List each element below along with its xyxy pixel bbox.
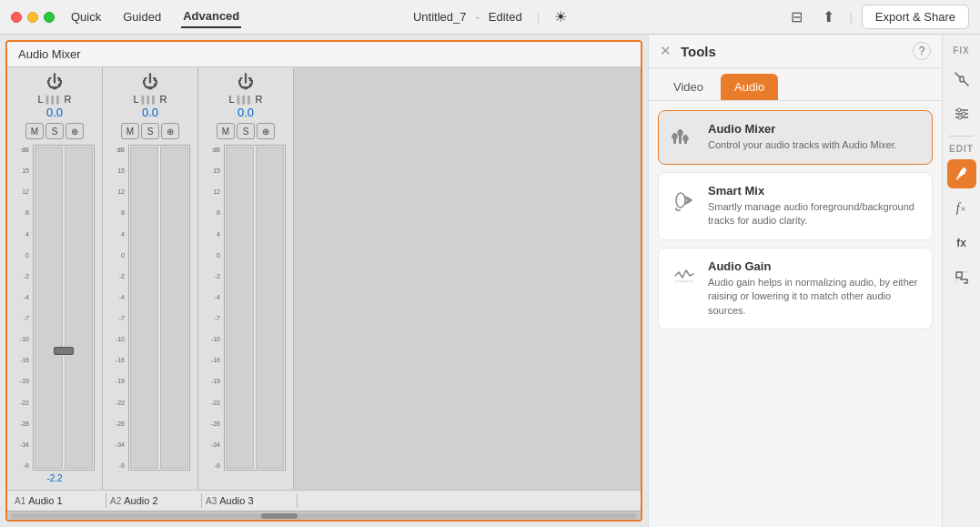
- power-icon-1[interactable]: ⏻: [46, 73, 63, 92]
- power-icon-3[interactable]: ⏻: [237, 73, 254, 92]
- fix-icon-btn[interactable]: [947, 65, 976, 94]
- tab-audio[interactable]: Audio: [721, 74, 778, 100]
- extra-btn-2[interactable]: ⊕: [161, 123, 179, 139]
- tab-quick[interactable]: Quick: [69, 6, 103, 27]
- horizontal-scrollbar[interactable]: [7, 511, 641, 520]
- scroll-track[interactable]: [11, 513, 637, 519]
- fix-label: FIX: [953, 46, 970, 56]
- channel-buttons-1: M S ⊕: [25, 123, 84, 139]
- tools-title: Tools: [681, 44, 716, 59]
- sidebar-divider-1: [949, 136, 973, 137]
- meter-area-2: dB 15 12 8 4 0 -2 -4 -7 -10 -16 -19: [106, 145, 194, 471]
- tools-close-icon[interactable]: ✕: [660, 43, 672, 59]
- mute-btn-1[interactable]: M: [25, 123, 44, 139]
- tool-info-audio-gain: Audio Gain Audio gain helps in normalizi…: [708, 259, 921, 318]
- lr-display-2: L ▌▌▌ R: [133, 94, 167, 105]
- solo-btn-3[interactable]: S: [237, 123, 255, 139]
- tab-guided[interactable]: Guided: [121, 6, 163, 27]
- tools-panel: ✕ Tools ? Video Audio: [648, 35, 942, 527]
- brush-icon-btn[interactable]: [947, 159, 976, 188]
- smart-mix-icon: [670, 186, 699, 215]
- maximize-button[interactable]: [44, 12, 55, 23]
- tool-card-audio-mixer[interactable]: Audio Mixer Control your audio tracks wi…: [658, 110, 933, 165]
- extra-btn-3[interactable]: ⊕: [257, 123, 275, 139]
- r-label-1: R: [65, 94, 72, 105]
- audio-mixer-title: Audio Mixer: [7, 42, 641, 67]
- db-labels-2: dB 15 12 8 4 0 -2 -4 -7 -10 -16 -19: [110, 145, 126, 471]
- audio-gain-icon: [670, 261, 699, 290]
- menu-right: ⊟ ⬆ | Export & Share: [785, 5, 969, 29]
- r-label-2: R: [160, 94, 167, 105]
- tool-card-audio-gain[interactable]: Audio Gain Audio gain helps in normalizi…: [658, 248, 933, 329]
- scroll-thumb[interactable]: [261, 513, 298, 519]
- tab-advanced[interactable]: Advanced: [181, 5, 241, 28]
- tool-info-audio-mixer: Audio Mixer Control your audio tracks wi…: [708, 122, 921, 152]
- channel-value-3: 0.0: [237, 106, 254, 119]
- tool-name-smart-mix: Smart Mix: [708, 184, 921, 198]
- fx-icon-btn[interactable]: fx: [947, 228, 976, 258]
- minimize-button[interactable]: [27, 12, 38, 23]
- lr-bar-2: ▌▌▌: [142, 96, 157, 104]
- separator: -: [475, 10, 479, 24]
- power-icon-2[interactable]: ⏻: [142, 73, 158, 92]
- document-status: Edited: [489, 10, 522, 24]
- close-button[interactable]: [11, 12, 22, 23]
- channel-strip-1: ⏻ L ▌▌▌ R 0.0 M S ⊕ dB: [7, 67, 103, 490]
- channel-value-1: 0.0: [46, 106, 63, 119]
- solo-btn-1[interactable]: S: [45, 123, 64, 139]
- main-layout: Audio Mixer ⏻ L ▌▌▌ R 0.0 M S ⊕: [0, 35, 980, 527]
- tool-name-audio-gain: Audio Gain: [708, 259, 921, 273]
- channels-wrapper: ⏻ L ▌▌▌ R 0.0 M S ⊕ dB: [7, 67, 641, 520]
- lr-display-3: L ▌▌▌ R: [228, 94, 262, 105]
- tool-card-smart-mix[interactable]: Smart Mix Smartly manage audio foregroun…: [658, 172, 933, 240]
- tool-name-audio-mixer: Audio Mixer: [708, 122, 921, 136]
- l-label-3: L: [228, 94, 234, 105]
- tool-desc-audio-gain: Audio gain helps in normalizing audio, b…: [708, 276, 921, 318]
- fx-cursive-icon-btn[interactable]: f×: [947, 194, 976, 223]
- channel-footer-2: [149, 471, 152, 486]
- channel-buttons-3: M S ⊕: [217, 123, 275, 139]
- audio-mixer-panel: Audio Mixer ⏻ L ▌▌▌ R 0.0 M S ⊕: [5, 40, 642, 522]
- export-share-button[interactable]: Export & Share: [862, 5, 969, 29]
- edit-label: EDIT: [949, 144, 974, 154]
- crop-icon-btn[interactable]: [947, 263, 976, 292]
- channel-id-3: A3: [206, 496, 217, 506]
- channel-label-2: A2 Audio 2: [106, 493, 202, 508]
- sidebar-right: FIX EDIT: [942, 35, 980, 527]
- l-label-1: L: [37, 94, 43, 105]
- lr-bar-3: ▌▌▌: [237, 96, 253, 104]
- solo-btn-2[interactable]: S: [141, 123, 159, 139]
- tab-video[interactable]: Video: [660, 74, 717, 100]
- save-icon[interactable]: ⊟: [785, 6, 808, 27]
- brightness-icon[interactable]: ☀: [554, 8, 567, 25]
- svg-point-15: [958, 116, 962, 119]
- menu-bar: Quick Guided Advanced Untitled_7 - Edite…: [0, 0, 980, 35]
- audio-mixer-icon: [670, 124, 699, 153]
- channel-strip-3: ⏻ L ▌▌▌ R 0.0 M S ⊕ dB: [198, 67, 294, 490]
- lr-bar-1: ▌▌▌: [46, 96, 62, 104]
- menu-tabs: Quick Guided Advanced: [69, 5, 241, 28]
- r-label-3: R: [256, 94, 263, 105]
- tools-help-button[interactable]: ?: [913, 42, 931, 60]
- channel-name-2: Audio 2: [124, 495, 157, 506]
- sliders-icon-btn[interactable]: [947, 99, 976, 128]
- traffic-lights: [11, 12, 55, 23]
- channel-value-2: 0.0: [142, 106, 158, 119]
- meter-area-1: dB 15 12 8 4 0 -2 -4 -7 -10 -16 -19: [11, 145, 98, 471]
- tool-info-smart-mix: Smart Mix Smartly manage audio foregroun…: [708, 184, 921, 228]
- db-labels-3: dB 15 12 8 4 0 -2 -4 -7 -10 -16 -19: [206, 145, 222, 471]
- svg-point-6: [676, 193, 685, 208]
- mute-btn-3[interactable]: M: [217, 123, 235, 139]
- l-label-2: L: [133, 94, 138, 105]
- share-icon[interactable]: ⬆: [817, 6, 840, 27]
- channel-id-1: A1: [15, 496, 25, 506]
- svg-point-14: [962, 112, 965, 116]
- channel-id-2: A2: [110, 496, 121, 506]
- channel-name-3: Audio 3: [219, 495, 253, 506]
- mute-btn-2[interactable]: M: [121, 123, 139, 139]
- channels-top: ⏻ L ▌▌▌ R 0.0 M S ⊕ dB: [7, 67, 641, 490]
- svg-point-13: [957, 108, 961, 112]
- document-title: Untitled_7: [413, 10, 467, 24]
- extra-btn-1[interactable]: ⊕: [66, 123, 84, 139]
- tools-header: ✕ Tools ?: [649, 35, 942, 68]
